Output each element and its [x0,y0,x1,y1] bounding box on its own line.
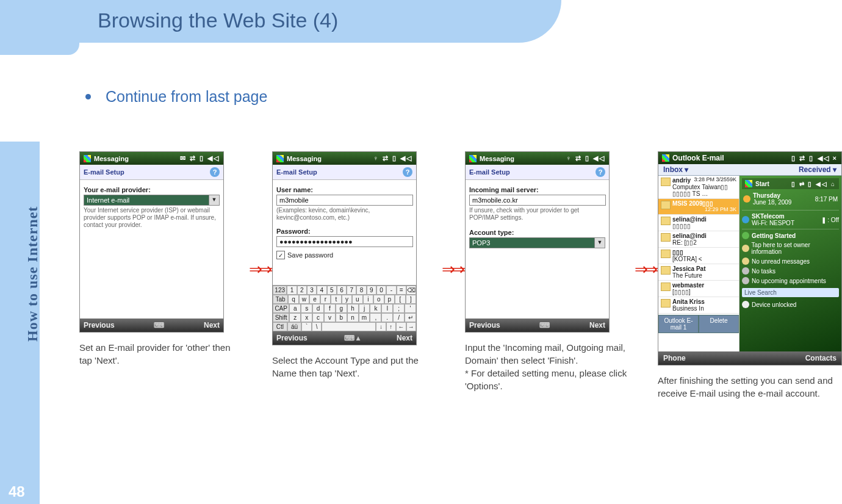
key[interactable]: [ [395,295,405,304]
dropdown-arrow-icon[interactable]: ▼ [595,237,605,248]
key[interactable]: m [359,313,370,322]
message-row[interactable]: Anita Kriss Business In [658,297,739,314]
key[interactable]: Ctl [273,322,287,331]
key[interactable]: 9 [367,286,376,295]
key[interactable]: x [301,313,312,322]
owner-row[interactable]: Tap here to set owner information [742,240,839,256]
key[interactable]: Tab [273,295,288,304]
key[interactable]: ` [301,322,311,331]
key[interactable]: 8 [356,286,366,295]
key[interactable]: 1 [287,286,297,295]
key[interactable]: i [363,295,373,304]
key[interactable]: 4 [317,286,326,295]
key[interactable]: = [397,286,406,295]
key[interactable]: ↑ [386,322,396,331]
key[interactable]: p [384,295,395,304]
shot1-next-button[interactable]: Next [204,321,220,329]
message-row[interactable]: andriy 3:28 PM 3/2559KComputex Taiwan▯▯ … [658,176,739,199]
contacts-softkey[interactable]: Contacts [805,354,837,362]
key[interactable]: / [393,313,405,322]
key[interactable]: k [370,304,381,313]
start-bar[interactable]: Start ▯ ⇄ ▯ ◀◁ ⌂ [742,178,839,189]
key[interactable]: 2 [297,286,307,295]
message-row[interactable]: selina@indi RE: [▯▯2 [658,231,739,248]
outlook-account-button[interactable]: Outlook E-mail 1 [658,315,699,333]
key[interactable]: 3 [307,286,317,295]
key[interactable]: \ [312,322,322,331]
key[interactable]: c [312,313,324,322]
key[interactable]: ] [406,295,416,304]
key[interactable]: l [381,304,393,313]
key[interactable]: ; [393,304,405,313]
key[interactable]: q [288,295,298,304]
account-type-dropdown[interactable]: POP3 ▼ [469,237,605,248]
appointments-row[interactable]: No upcoming appointments [742,276,839,286]
shot3-previous-button[interactable]: Previous [469,321,500,329]
help-icon[interactable]: ? [596,167,605,177]
key[interactable]: ⌫ [406,286,416,295]
key[interactable]: CAP [273,304,289,313]
key[interactable]: 7 [347,286,356,295]
key[interactable]: f [324,304,336,313]
key[interactable]: g [336,304,347,313]
key[interactable]: j [359,304,370,313]
key[interactable]: áü [287,322,302,331]
delete-button[interactable]: Delete [699,315,739,333]
key[interactable]: h [347,304,359,313]
username-input[interactable] [276,195,413,206]
key[interactable]: b [336,313,347,322]
key[interactable]: a [289,304,301,313]
shot3-next-button[interactable]: Next [589,321,605,329]
key[interactable]: t [331,295,341,304]
getting-started-row[interactable]: Getting Started [742,231,839,240]
key[interactable]: d [312,304,324,313]
key[interactable]: u [352,295,362,304]
key[interactable]: Shift [273,313,289,322]
key[interactable]: 5 [327,286,337,295]
key[interactable]: . [381,313,393,322]
soft-keyboard[interactable]: 1231234567890-=⌫Tabqwertyuiop[]CAPasdfgh… [273,285,416,331]
key[interactable]: ← [396,322,406,331]
key[interactable]: ↵ [405,313,416,322]
key[interactable]: n [347,313,359,322]
keyboard-icon[interactable]: ⌨ ▴ [308,334,397,342]
keyboard-icon[interactable]: ⌨ [115,321,204,329]
key[interactable]: e [309,295,320,304]
provider-dropdown[interactable]: Internet e-mail ▼ [84,195,220,206]
message-row[interactable]: Jessica Pat The Future [658,264,739,281]
lock-row[interactable]: Device unlocked [742,300,839,309]
key[interactable]: v [324,313,336,322]
dropdown-arrow-icon[interactable]: ▼ [209,195,220,206]
password-input[interactable]: ●●●●●●●●●●●●●●●●●● [276,236,413,247]
keyboard-icon[interactable]: ⌨ [500,321,589,329]
help-icon[interactable]: ? [403,167,412,177]
key[interactable]: o [373,295,384,304]
phone-softkey[interactable]: Phone [663,354,686,362]
save-password-checkbox[interactable]: ✓ Save password [276,251,412,259]
key[interactable]: ' [405,304,416,313]
message-row[interactable]: selina@indi ▯▯▯▯▯ [658,215,739,231]
shot2-previous-button[interactable]: Previous [276,334,308,342]
message-row[interactable]: ▯▯▯ [KOTRA] < [658,248,739,264]
tasks-row[interactable]: No tasks [742,266,839,276]
key[interactable]: - [386,286,396,295]
inbox-dropdown[interactable]: Inbox ▾ [663,165,688,174]
received-dropdown[interactable]: Received ▾ [799,165,837,174]
key[interactable]: , [370,313,381,322]
key[interactable]: 0 [376,286,386,295]
key[interactable]: z [289,313,301,322]
message-row[interactable]: MSIS 2009▯▯▯ 12:29 PM 3K [658,199,739,215]
shot1-previous-button[interactable]: Previous [84,321,115,329]
key[interactable]: s [301,304,312,313]
unread-row[interactable]: No unread messages [742,256,839,266]
key[interactable]: r [320,295,331,304]
key[interactable]: 123 [273,286,287,295]
message-row[interactable]: webmaster [▯▯▯▯] [658,281,739,297]
key[interactable]: → [406,322,416,331]
key[interactable]: y [342,295,352,304]
live-search[interactable]: Live Search [742,288,839,297]
shot2-next-button[interactable]: Next [397,334,412,342]
key[interactable]: ↓ [376,322,386,331]
key[interactable]: 6 [337,286,347,295]
server-input[interactable] [469,195,606,206]
